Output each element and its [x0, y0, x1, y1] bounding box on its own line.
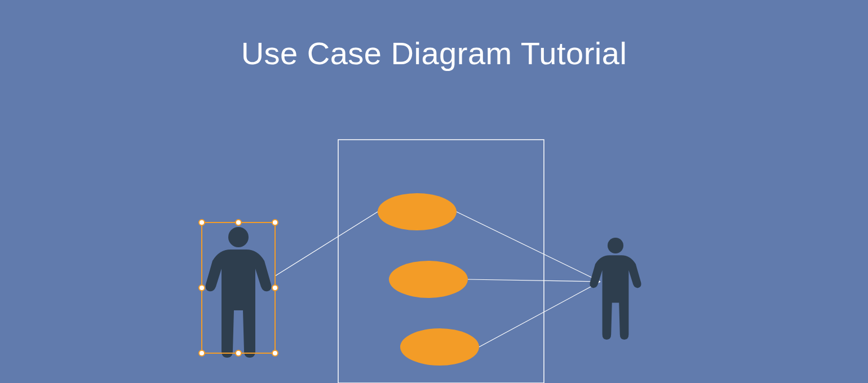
selection-handle[interactable] [199, 285, 205, 291]
actor-icon[interactable] [206, 227, 272, 358]
selection-handle[interactable] [272, 285, 278, 291]
svg-point-1 [608, 238, 623, 253]
usecase-ellipse[interactable] [400, 328, 479, 366]
connector[interactable] [457, 212, 600, 282]
actor-icon[interactable] [590, 238, 641, 340]
svg-point-0 [228, 227, 249, 247]
connector[interactable] [275, 212, 378, 276]
usecase-ellipse[interactable] [378, 193, 457, 230]
selection-handle[interactable] [272, 220, 278, 225]
selection-handle[interactable] [272, 350, 278, 356]
usecase-ellipse[interactable] [389, 261, 468, 298]
connector[interactable] [468, 279, 600, 282]
connector[interactable] [479, 282, 600, 347]
selection-handle[interactable] [236, 220, 241, 225]
diagram-canvas[interactable]: Use Case Diagram Tutorial [0, 0, 868, 383]
diagram-svg [0, 0, 868, 383]
selection-handle[interactable] [199, 220, 205, 225]
selection-handle[interactable] [236, 350, 241, 356]
selection-handle[interactable] [199, 350, 205, 356]
